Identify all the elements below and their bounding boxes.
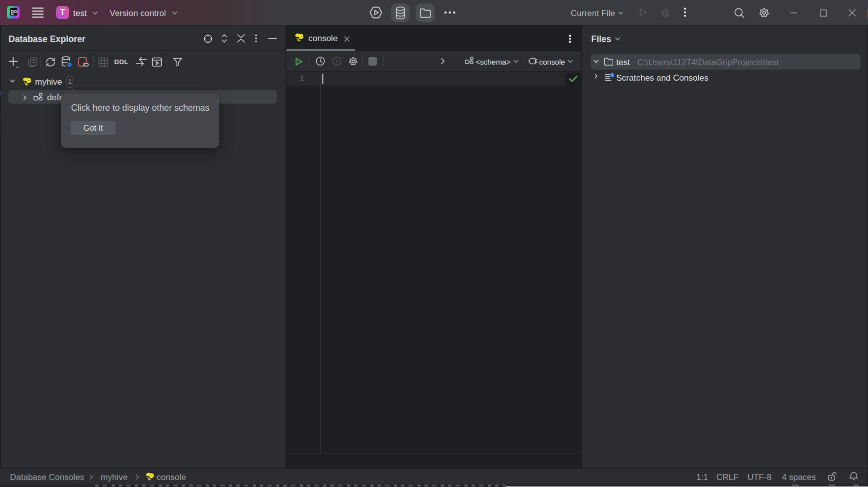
- svg-text:p: p: [335, 59, 338, 64]
